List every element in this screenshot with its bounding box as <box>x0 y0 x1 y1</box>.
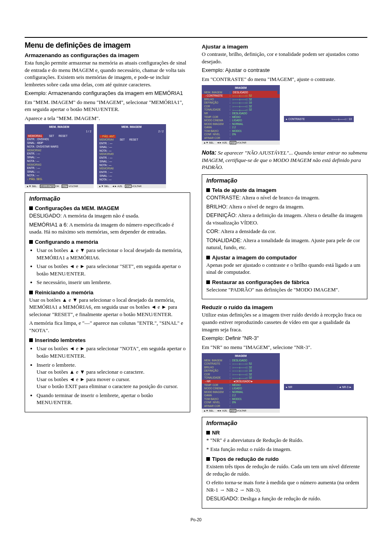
note: Nota: Se aparecer "NÃO AJUSTÁVEL"... Qua… <box>202 149 367 171</box>
list-item: Usar os botões ◄ e ► para selecionar "SE… <box>37 263 186 277</box>
right-column: Ajustar a imagem O contraste, brilho, de… <box>202 41 367 509</box>
osd-imagem-contrast: IMAGEM MEM. IMAGEM:DESLIGADO→CONTRASTE: … <box>202 85 280 145</box>
info-sec4: Inserindo lembretes <box>29 337 186 343</box>
osd-imagem-nr: IMAGEM MEM. IMAGEM:DESLIGADOCONTRASTE: :… <box>202 353 280 413</box>
osd-row: MODO IMAGEM:NORMAL <box>202 123 280 126</box>
infobox-adjust: Informação Tela de ajuste da imagem CONT… <box>202 174 367 299</box>
info-sec1: Configurações da MEM. IMAGEM <box>29 205 186 211</box>
infobox-nr: Informação NR * "NR" é a abreviatura de … <box>202 417 367 509</box>
osd-row: GAMA:2.2 <box>202 394 280 398</box>
osd-row: TONALIDADE: : 32 <box>202 376 280 380</box>
osd-row: COR: : 32 <box>202 105 280 109</box>
osd-row: MODO CINEMA:LIGADO <box>202 387 280 391</box>
osd1-mem1: MEMORIA1 <box>27 134 43 138</box>
list-item: Quando terminar de inserir o lembrete, a… <box>37 392 186 406</box>
left-column: Menu de definições de imagem Armazenando… <box>25 41 190 509</box>
osd2-title: MEM. IMAGEM <box>97 124 166 129</box>
top-rule <box>25 37 367 38</box>
heading-store: Armazenando as configurações da imagem <box>25 52 190 58</box>
heading-nr: Reduzir o ruído da imagem <box>202 304 367 310</box>
osd-memimg-row: MEM. IMAGEM 1 / 2 MEMORIA1 SET RESET ENT… <box>25 124 190 188</box>
osd-row: TEMP. COR:MÉDIO <box>202 384 280 387</box>
para-example: Exemplo: Armazenando configurações da im… <box>25 90 190 97</box>
para-step1: Em "MEM. IMAGEM" do menu "IMAGEM", selec… <box>25 99 190 113</box>
osd-row: MODO CINEMA:LIGADO <box>202 119 280 123</box>
osd-row: COR: : 32 <box>202 373 280 377</box>
osd-mini-nr: ▸ NR : ◄ NR-3 ► <box>284 384 354 390</box>
page-number: Po-20 <box>25 518 367 522</box>
list-item: Usar os botões ◄ e ► para selecionar "NO… <box>37 345 186 359</box>
osd-row: TOM BAIXO:MODO1 <box>202 129 280 133</box>
two-columns: Menu de definições de imagem Armazenando… <box>25 41 367 509</box>
osd-nr-stack: IMAGEM MEM. IMAGEM:DESLIGADOCONTRASTE: :… <box>202 353 367 413</box>
osd-row: MEM. IMAGEM:DESLIGADO <box>202 359 280 363</box>
osd-row: CONF. NÍVEL:0% <box>202 133 280 136</box>
para-step2: Aparece a tela "MEM. IMAGEM". <box>25 115 190 122</box>
heading-adjust: Ajustar a imagem <box>202 44 367 50</box>
osd-row: TOM BAIXO:MODO1 <box>202 398 280 401</box>
osd-row: DEFINIÇÃO: : 16 <box>202 369 280 373</box>
page: Menu de definições de imagem Armazenando… <box>0 0 392 534</box>
osd2-page: 2 / 2 <box>158 130 164 134</box>
para-intro: Esta função permite armazenar na memória… <box>25 59 190 88</box>
osd1-page: 1 / 2 <box>86 130 91 134</box>
heading-main: Menu de definições de imagem <box>25 41 190 50</box>
osd-mini-contrast: ▸ CONTRASTE : 10 <box>284 116 354 122</box>
osd-row: AFINAR COR: <box>202 136 280 140</box>
list-item: Usar os botões ▲ e ▼ para selecionar o l… <box>37 247 186 261</box>
osd1-title: MEM. IMAGEM <box>25 124 94 129</box>
info-sec3: Reiniciando a memória <box>29 289 186 296</box>
osd-memimg-1: MEM. IMAGEM 1 / 2 MEMORIA1 SET RESET ENT… <box>25 124 94 188</box>
osd-row: TONALIDADE: : 32 <box>202 108 280 112</box>
list-item: Se necessário, inserir um lembrete. <box>37 279 186 286</box>
osd-row: CONTRASTE: : 52 <box>202 362 280 366</box>
osd-row: GAMA:2.2 <box>202 126 280 129</box>
info-hdr: Informação <box>29 195 186 202</box>
osd-row: MEM. IMAGEM:DESLIGADO <box>202 91 280 95</box>
osd-row: NR:DESLIGADO <box>202 112 280 116</box>
osd-row: MODO IMAGEM:NORMAL <box>202 391 280 394</box>
osd-row: AFINAR COR: <box>202 405 280 408</box>
osd-row: →CONTRASTE: : 52 <box>202 94 280 98</box>
infobox-mem: Informação Configurações da MEM. IMAGEM … <box>25 192 190 412</box>
info-sec2: Configurando a memória <box>29 239 186 245</box>
osd-row: CONF. NÍVEL:0% <box>202 401 280 405</box>
osd-row: TEMP. COR:MÉDIO <box>202 116 280 119</box>
list-item: Inserir o lembrete. Usar os botões ▲ e ▼… <box>37 361 186 390</box>
osd-memimg-2: MEM. IMAGEM 2 / 2 ↑ PÁG. ANT. MEMORIA4 S… <box>97 124 166 188</box>
osd-contrast-stack: IMAGEM MEM. IMAGEM:DESLIGADO→CONTRASTE: … <box>202 85 367 145</box>
osd-row: BRILHO: : 32 <box>202 366 280 370</box>
osd-row: BRILHO: : 32 <box>202 98 280 102</box>
osd-row: →NR:◄DESLIGADO► <box>202 380 280 384</box>
osd-row: DEFINIÇÃO: : 16 <box>202 101 280 105</box>
